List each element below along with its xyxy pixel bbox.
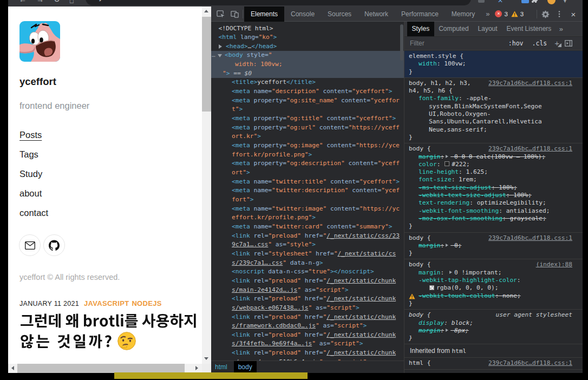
css-selector[interactable]: element.style {	[404, 53, 579, 60]
css-selector[interactable]: html {239c7a1d6bc…df118.css:1	[404, 359, 579, 367]
devtools-tab-memory[interactable]: Memory	[445, 6, 481, 22]
css-declaration[interactable]: width: 100vw;	[404, 60, 579, 68]
settings-gear-icon[interactable]	[538, 7, 552, 21]
scroll-left-icon[interactable]	[11, 366, 14, 370]
dom-tree-row[interactable]: <html lang="ko">	[211, 33, 404, 42]
horizontal-scroll-thumb[interactable]	[17, 364, 185, 373]
dom-tree-row[interactable]: <link rel="preload" href="/_next/static/…	[211, 331, 404, 340]
devtools-tab-performance[interactable]: Performance	[395, 6, 445, 22]
css-selector[interactable]: body {239c7a1d6bc…df118.css:1	[404, 234, 579, 242]
css-rules-list[interactable]: element.style {width: 100vw;}body, h1, h…	[404, 51, 583, 370]
dom-tree-row[interactable]: s/239c7a1….css" data-n-g>	[211, 259, 404, 268]
css-declaration[interactable]: margin: 0 !important;	[404, 269, 579, 277]
pseudo-state-button[interactable]: :hov	[508, 40, 524, 47]
dom-tree-row[interactable]: <meta property="og:url" content="https:/…	[211, 123, 404, 133]
css-declaration[interactable]: -moz-osx-font-smoothing: grayscale;	[404, 215, 579, 222]
devtools-tab-network[interactable]: Network	[358, 6, 395, 22]
css-declaration[interactable]: font-family: -apple-	[404, 95, 579, 102]
css-declaration[interactable]: -webkit-font-smoothing: antialiased;	[404, 207, 579, 215]
dom-tree-row[interactable]: ort">	[211, 168, 404, 178]
profile-avatar[interactable]	[547, 0, 556, 4]
dom-tree-row[interactable]: s/framework.cdbdac0….js" as="script">	[211, 322, 404, 331]
dom-tree-row[interactable]: s/main-2e4142d….js" as="script">	[211, 286, 404, 295]
css-declaration[interactable]: display: block;	[404, 319, 579, 327]
css-declaration[interactable]: rgba(0, 0, 0, 0);	[404, 284, 579, 292]
css-declaration[interactable]: margin: 0 0 0 calc(100vw — 100%);	[404, 153, 579, 161]
breadcrumb-html[interactable]: html	[211, 361, 231, 374]
save-icon[interactable]: □	[70, 0, 74, 5]
nav-link-posts[interactable]: Posts	[19, 130, 42, 140]
css-declaration[interactable]: Neue,sans-serif;	[404, 126, 579, 134]
css-declaration[interactable]: margin: 0;	[404, 242, 579, 250]
css-declaration[interactable]: text-rendering: optimizeLegibility;	[404, 199, 579, 207]
dom-tree-row[interactable]: <!DOCTYPE html>	[211, 24, 404, 34]
dom-tree-row[interactable]: <noscript data-n-css="true"></noscript>	[211, 267, 404, 277]
new-style-rule-icon[interactable]: +	[554, 38, 559, 48]
dom-tree-row[interactable]: <link rel="preload" href="/_next/static/…	[211, 349, 404, 358]
scroll-down-icon[interactable]	[204, 357, 208, 360]
nav-link-study[interactable]: Study	[19, 169, 42, 179]
css-declaration[interactable]: -webkit-text-size-adjust: 100%;	[404, 192, 579, 199]
stylesheet-source-link[interactable]: 239c7a1d6bc…df118.css:1	[488, 359, 572, 367]
post-tag[interactable]: NODEJS	[132, 299, 161, 307]
forward-icon[interactable]: →	[36, 0, 44, 3]
reload-icon[interactable]: ↻	[54, 0, 60, 3]
dom-tree-row[interactable]: <meta property="og:title" content="yceff…	[211, 114, 404, 123]
scroll-right-icon[interactable]	[195, 366, 198, 370]
dom-tree-row[interactable]: <meta name="twitter:card" content="summa…	[211, 222, 404, 232]
dom-tree-row[interactable]: <link rel="preload" href="/_next/static/…	[211, 313, 404, 322]
color-swatch[interactable]	[445, 161, 449, 166]
dom-tree-row[interactable]: effort.kr/profile.png">	[211, 213, 404, 222]
css-declaration[interactable]: }	[404, 134, 579, 141]
email-button[interactable]	[19, 234, 41, 256]
css-selector[interactable]: body {(index):88	[404, 261, 579, 268]
breadcrumb-body[interactable]: body	[234, 361, 257, 374]
back-icon[interactable]: ←	[19, 0, 27, 3]
dom-tree[interactable]: <!DOCTYPE html><html lang="ko"><head>…</…	[211, 24, 404, 361]
page-vertical-scrollbar[interactable]	[202, 6, 211, 364]
css-declaration[interactable]: }	[404, 300, 579, 307]
stylesheet-source-link[interactable]: 239c7a1d6bc…df118.css:1	[488, 234, 572, 242]
devtools-tab-console[interactable]: Console	[284, 6, 321, 22]
filter-input[interactable]: Filter	[410, 40, 504, 47]
nav-link-contact[interactable]: contact	[19, 208, 48, 218]
devtools-tab-elements[interactable]: Elements	[244, 6, 284, 22]
device-toolbar-icon[interactable]	[227, 7, 241, 21]
sidebar-tab-computed[interactable]: Computed	[434, 22, 473, 36]
address-bar[interactable]: yceffort.kr	[86, 0, 471, 5]
stylesheet-source-link[interactable]: (index):88	[536, 261, 572, 268]
css-declaration[interactable]: Sans,Ubuntu,Cantarell,Helvetica	[404, 118, 579, 126]
css-declaration[interactable]: }	[404, 335, 579, 342]
extension-x-icon[interactable]: ✕	[498, 0, 503, 4]
expand-icon[interactable]	[219, 44, 222, 49]
dom-tree-row[interactable]: ort.kr">	[211, 132, 404, 141]
stylesheet-source-link[interactable]: 239c7a1d6bc…df118.css:1	[488, 80, 572, 87]
css-declaration[interactable]: -webkit-touch-callout: none;	[404, 292, 579, 300]
sidebar-more-tabs-icon[interactable]: »	[556, 25, 566, 33]
nav-link-about[interactable]: about	[19, 188, 42, 199]
dom-tree-row[interactable]: 9c7a1….css" as="style">	[211, 240, 404, 250]
css-declaration[interactable]: h4, h5, h6 {	[404, 87, 579, 95]
close-devtools-icon[interactable]: ×	[566, 7, 580, 21]
dom-tree-row[interactable]: width: 100vw;	[211, 60, 404, 69]
collapse-icon[interactable]	[218, 54, 222, 57]
dom-tree-row[interactable]: <meta property="og:site_name" content="y…	[211, 96, 404, 106]
dom-tree-row[interactable]: t">	[211, 105, 404, 114]
css-declaration[interactable]: system,BlinkMacSystemFont,Segoe	[404, 103, 579, 110]
nav-link-tags[interactable]: Tags	[19, 149, 38, 160]
dom-tree-row[interactable]: <meta property="og:description" content=…	[211, 159, 404, 168]
post-title-line1[interactable]	[20, 313, 198, 331]
sidebar-tab-layout[interactable]: Layout	[473, 22, 502, 36]
dom-tree-row[interactable]: <link rel="preload" href="/_next/static/…	[211, 277, 404, 286]
dom-tree-row[interactable]: fort">	[211, 195, 404, 205]
shorthand-expand-icon[interactable]	[446, 155, 450, 158]
css-declaration[interactable]: color: #222;	[404, 161, 579, 168]
scroll-up-icon[interactable]	[204, 10, 208, 12]
more-tabs-icon[interactable]: »	[481, 10, 494, 18]
color-swatch-transparent[interactable]	[429, 285, 434, 290]
css-declaration[interactable]: }	[404, 68, 579, 76]
vertical-scroll-thumb[interactable]	[202, 17, 211, 112]
dom-tree-row[interactable]: <link rel="preload" href="/_next/static/…	[211, 232, 404, 241]
page-horizontal-scrollbar[interactable]	[8, 364, 202, 373]
sidebar-tab-styles[interactable]: Styles	[407, 22, 434, 36]
